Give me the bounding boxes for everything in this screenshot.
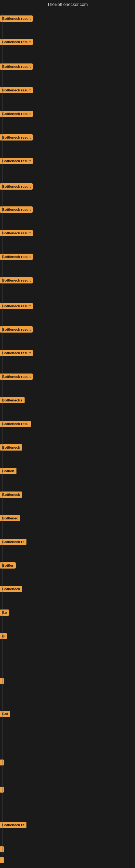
bottleneck-badge-2: Bottleneck result: [0, 39, 33, 45]
bottleneck-item-17: Bottleneck r: [0, 397, 25, 404]
bottleneck-item-4: Bottleneck result: [0, 87, 33, 94]
bottleneck-stub-30: [0, 760, 4, 766]
bottleneck-badge-10: Bottleneck result: [0, 230, 33, 236]
bottleneck-item-10: Bottleneck result: [0, 230, 33, 237]
bottleneck-item-21: Bottleneck: [0, 492, 22, 499]
bottleneck-item-7: Bottleneck result: [0, 158, 33, 165]
bottleneck-item-25: Bottleneck: [0, 586, 22, 593]
bottleneck-item-29: Bot: [0, 711, 10, 718]
bottleneck-item-8: Bottleneck result: [0, 183, 33, 191]
bottleneck-item-6: Bottleneck result: [0, 134, 33, 142]
bottleneck-badge-29: Bot: [0, 711, 10, 717]
bottleneck-item-32: Bottleneck re: [0, 822, 27, 829]
bottleneck-item-16: Bottleneck result: [0, 373, 33, 381]
bottleneck-badge-12: Bottleneck result: [0, 277, 33, 283]
bottleneck-badge-4: Bottleneck result: [0, 87, 33, 93]
bottleneck-item-19: Bottleneck: [0, 444, 22, 452]
bottleneck-badge-9: Bottleneck result: [0, 207, 33, 213]
bottleneck-stub-33: [0, 846, 4, 852]
bottleneck-badge-5: Bottleneck result: [0, 111, 33, 117]
bottleneck-stub-34: [0, 857, 4, 863]
bottleneck-item-26: Bo: [0, 610, 9, 617]
bottleneck-badge-11: Bottleneck result: [0, 254, 33, 260]
bottleneck-badge-21: Bottleneck: [0, 492, 22, 498]
bottleneck-stub-31: [0, 786, 4, 793]
bottleneck-badge-8: Bottleneck result: [0, 183, 33, 190]
bottleneck-item-27: B: [0, 633, 7, 641]
bottleneck-badge-17: Bottleneck r: [0, 397, 25, 403]
bottleneck-item-3: Bottleneck result: [0, 63, 33, 71]
bottleneck-badge-1: Bottleneck result: [0, 16, 33, 22]
bottleneck-item-22: Bottlenec: [0, 515, 20, 522]
bottleneck-item-23: Bottleneck re: [0, 539, 27, 546]
bottleneck-badge-3: Bottleneck result: [0, 63, 33, 70]
bottleneck-item-18: Bottleneck resu: [0, 421, 31, 428]
bottleneck-badge-16: Bottleneck result: [0, 373, 33, 380]
bottleneck-stub-28: [0, 678, 4, 684]
bottleneck-item-2: Bottleneck result: [0, 39, 33, 46]
bottleneck-item-5: Bottleneck result: [0, 111, 33, 118]
bottleneck-item-15: Bottleneck result: [0, 350, 33, 357]
bottleneck-badge-26: Bo: [0, 610, 9, 616]
bottleneck-badge-19: Bottleneck: [0, 444, 22, 451]
bottleneck-badge-18: Bottleneck resu: [0, 421, 31, 427]
bottleneck-badge-6: Bottleneck result: [0, 134, 33, 141]
bottleneck-badge-25: Bottleneck: [0, 586, 22, 592]
bottleneck-item-14: Bottleneck result: [0, 326, 33, 334]
bottleneck-item-9: Bottleneck result: [0, 207, 33, 214]
bottleneck-badge-27: B: [0, 633, 7, 639]
bottleneck-item-12: Bottleneck result: [0, 277, 33, 284]
bottleneck-badge-15: Bottleneck result: [0, 350, 33, 356]
vertical-axis-line: [2, 13, 3, 855]
bottleneck-badge-22: Bottlenec: [0, 515, 20, 521]
bottleneck-item-11: Bottleneck result: [0, 254, 33, 261]
bottleneck-badge-7: Bottleneck result: [0, 158, 33, 164]
site-title: TheBottlenecker.com: [0, 0, 135, 9]
bottleneck-item-1: Bottleneck result: [0, 16, 33, 23]
bottleneck-badge-32: Bottleneck re: [0, 822, 27, 828]
bottleneck-badge-13: Bottleneck result: [0, 303, 33, 309]
bottleneck-item-13: Bottleneck result: [0, 303, 33, 310]
bottleneck-badge-23: Bottleneck re: [0, 539, 27, 545]
bottleneck-badge-14: Bottleneck result: [0, 326, 33, 333]
